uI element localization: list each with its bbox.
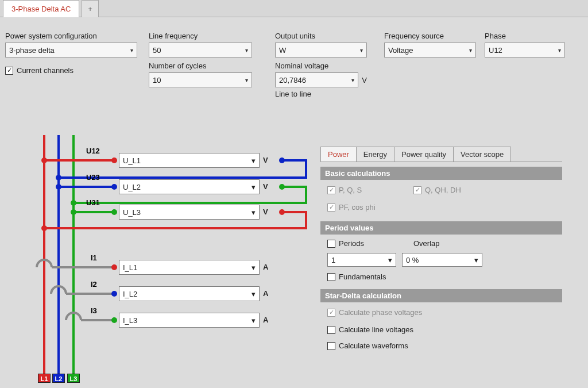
select-outunits-value: W xyxy=(279,46,286,55)
check-line-voltages-label: Calculate line voltages xyxy=(339,325,413,334)
checkbox-box xyxy=(327,240,335,248)
chevron-down-icon: ▾ xyxy=(252,263,256,272)
label-nomvolt: Nominal voltage xyxy=(275,62,367,70)
select-freqsrc-value: Voltage xyxy=(388,46,413,55)
nomvolt-unit: V xyxy=(362,76,367,84)
label-u23: U23 xyxy=(86,173,100,182)
chevron-down-icon: ▾ xyxy=(474,256,478,264)
label-i3: I3 xyxy=(91,306,97,315)
select-i2[interactable]: I_L2 ▾ xyxy=(119,286,260,301)
check-waveforms[interactable]: Calculate waveforms xyxy=(327,341,408,350)
label-i2: I2 xyxy=(91,280,97,289)
select-i3-value: I_L3 xyxy=(123,316,137,325)
subtab-quality[interactable]: Power quality xyxy=(394,147,454,162)
select-u23-value: U_L2 xyxy=(123,183,141,191)
svg-point-19 xyxy=(111,264,117,270)
chevron-down-icon: ▾ xyxy=(252,183,256,191)
check-waveforms-label: Calculate waveforms xyxy=(339,341,408,350)
subtab-energy[interactable]: Energy xyxy=(356,147,394,162)
select-u12[interactable]: U_L1 ▾ xyxy=(119,153,260,168)
select-overlap-value: 0 % xyxy=(406,256,419,264)
select-linefreq[interactable]: 50 ▾ xyxy=(149,43,252,57)
badge-l1: L1 xyxy=(38,374,51,383)
select-i1[interactable]: I_L1 ▾ xyxy=(119,260,260,275)
label-cycles: Number of cycles xyxy=(149,62,252,70)
label-u31: U31 xyxy=(86,198,100,207)
badge-l3: L3 xyxy=(67,374,80,383)
checkbox-label: Current channels xyxy=(17,66,74,75)
check-pf-label: PF, cos phi xyxy=(339,203,376,212)
chevron-down-icon: ▾ xyxy=(252,208,256,217)
select-nomvolt-value: 20,7846 xyxy=(279,76,306,84)
label-outunits: Output units xyxy=(275,32,367,40)
checkbox-current-channels[interactable]: Current channels xyxy=(5,66,74,75)
check-pf: PF, cos phi xyxy=(327,203,376,212)
select-u31-value: U_L3 xyxy=(123,208,141,217)
checkbox-box xyxy=(327,186,335,194)
unit-a-1: A xyxy=(263,263,268,271)
select-outunits[interactable]: W ▾ xyxy=(275,43,367,57)
unit-v-2: V xyxy=(263,182,268,191)
select-linefreq-value: 50 xyxy=(153,46,161,55)
select-nomvolt[interactable]: 20,7846 ▾ xyxy=(275,72,358,87)
checkbox-box xyxy=(413,186,421,194)
tab-main[interactable]: 3-Phase Delta AC xyxy=(3,0,79,17)
section-stardelta: Star-Delta calculation xyxy=(320,289,562,302)
select-cycles[interactable]: 10 ▾ xyxy=(149,72,252,87)
tab-add[interactable]: + xyxy=(82,0,99,17)
chevron-down-icon: ▾ xyxy=(252,156,256,165)
subtab-power[interactable]: Power xyxy=(320,147,357,162)
chevron-down-icon: ▾ xyxy=(245,47,248,53)
svg-point-21 xyxy=(111,291,117,297)
checkbox-box xyxy=(327,309,335,317)
check-qqh-label: Q, QH, DH xyxy=(425,186,461,194)
chevron-down-icon: ▾ xyxy=(360,47,363,53)
select-freqsrc[interactable]: Voltage ▾ xyxy=(384,43,476,57)
chevron-down-icon: ▾ xyxy=(245,77,248,83)
select-u31[interactable]: U_L3 ▾ xyxy=(119,205,260,220)
svg-point-7 xyxy=(56,175,61,180)
check-pqs: P, Q, S xyxy=(327,186,362,194)
check-pqs-label: P, Q, S xyxy=(339,186,362,194)
check-fundamentals-label: Fundamentals xyxy=(339,272,386,281)
wiring-diagram xyxy=(32,135,319,382)
check-line-voltages[interactable]: Calculate line voltages xyxy=(327,325,413,334)
chevron-down-icon: ▾ xyxy=(388,256,392,264)
select-i1-value: I_L1 xyxy=(123,263,137,272)
label-freqsrc: Frequency source xyxy=(384,32,476,40)
select-i3[interactable]: I_L3 ▾ xyxy=(119,313,260,328)
check-fundamentals[interactable]: Fundamentals xyxy=(327,272,386,281)
check-phase-voltages-label: Calculate phase voltages xyxy=(339,308,422,317)
check-periods[interactable]: Periods xyxy=(327,239,364,248)
select-phase-value: U12 xyxy=(489,46,502,55)
select-u23[interactable]: U_L2 ▾ xyxy=(119,179,260,194)
select-u12-value: U_L1 xyxy=(123,156,141,165)
nomvolt-hint: Line to line xyxy=(275,90,367,98)
chevron-down-icon: ▾ xyxy=(469,47,472,53)
select-cycles-value: 10 xyxy=(153,76,161,84)
chevron-down-icon: ▾ xyxy=(130,47,133,53)
svg-point-5 xyxy=(111,157,117,163)
svg-point-23 xyxy=(111,317,117,323)
label-phase: Phase xyxy=(485,32,565,40)
checkbox-box xyxy=(5,67,13,75)
svg-point-17 xyxy=(41,225,47,231)
section-period: Period values xyxy=(320,221,562,235)
subtab-vector[interactable]: Vector scope xyxy=(453,147,511,162)
checkbox-box xyxy=(327,273,335,281)
select-overlap[interactable]: 0 % ▾ xyxy=(402,253,482,267)
select-sysconfig[interactable]: 3-phase delta ▾ xyxy=(5,43,137,57)
check-phase-voltages: Calculate phase voltages xyxy=(327,308,422,317)
svg-point-10 xyxy=(111,184,117,190)
select-phase[interactable]: U12 ▾ xyxy=(485,43,565,57)
chevron-down-icon: ▾ xyxy=(558,47,561,53)
select-periods[interactable]: 1 ▾ xyxy=(327,253,396,267)
section-basic: Basic calculations xyxy=(320,167,562,180)
unit-v-1: V xyxy=(263,156,268,164)
check-periods-label: Periods xyxy=(339,239,364,248)
label-linefreq: Line frequency xyxy=(149,32,252,40)
chevron-down-icon: ▾ xyxy=(252,316,256,325)
badge-l2: L2 xyxy=(52,374,65,383)
unit-a-2: A xyxy=(263,289,268,298)
svg-point-15 xyxy=(111,209,117,215)
